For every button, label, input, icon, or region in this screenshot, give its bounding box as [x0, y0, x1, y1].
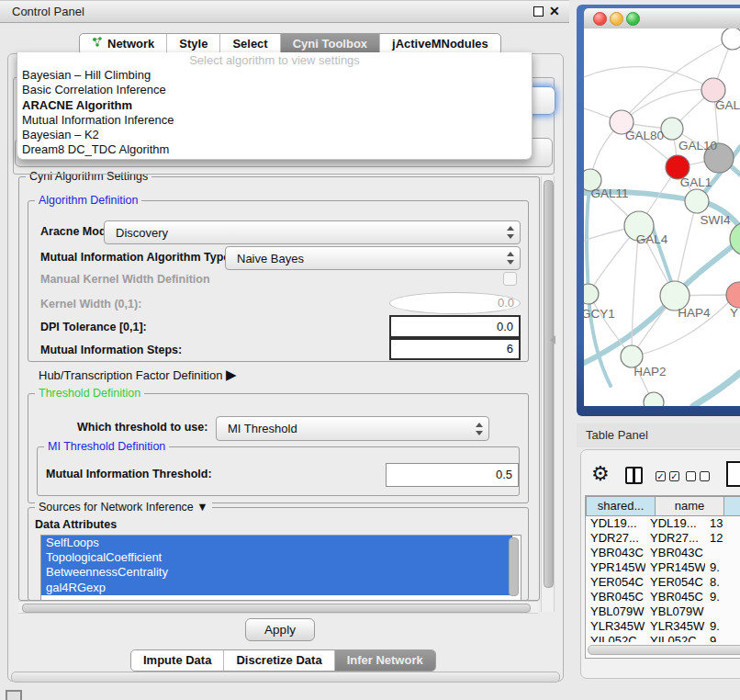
node-label: GAL10	[678, 139, 717, 152]
network-edge[interactable]	[584, 67, 713, 90]
table-row[interactable]: YBR043CYBR043C	[586, 546, 740, 560]
network-node[interactable]	[661, 118, 683, 140]
algorithm-dropdown-popup: Select algorithm to view settings Bayesi…	[17, 52, 533, 160]
document-icon[interactable]	[726, 461, 740, 487]
table-row[interactable]: YDL19...YDL19...13	[586, 516, 740, 531]
table-cell	[705, 546, 740, 560]
tab-label: Discretize Data	[236, 650, 321, 671]
network-edge[interactable]	[587, 180, 611, 386]
table-row[interactable]: YBL079WYBL079W	[586, 604, 740, 619]
tab-select[interactable]: Select	[219, 34, 279, 54]
table-row[interactable]: YPR145WYPR145W9.	[586, 560, 740, 575]
table-cell: YPR145W	[645, 560, 705, 575]
table-cell: YBL079W	[586, 604, 645, 619]
table-cell: 12	[705, 531, 740, 546]
tab-label: Cyni Toolbox	[293, 34, 367, 54]
settings-vscroll-thumb[interactable]	[544, 180, 554, 588]
settings-horizontal-scrollbar[interactable]	[18, 601, 538, 614]
table-cell: 9.	[705, 590, 740, 604]
node-label: GCY1	[584, 307, 615, 321]
subtab-impute-data[interactable]: Impute Data	[131, 650, 223, 671]
table-cell: YDL19...	[645, 516, 705, 531]
algorithm-option[interactable]: Mutual Information Inference	[17, 113, 532, 128]
which-threshold-select[interactable]: MI Threshold	[216, 416, 489, 441]
columns-icon[interactable]	[625, 467, 643, 484]
table-row[interactable]: YIL052CYIL052C9	[586, 634, 740, 642]
collapse-down-icon[interactable]: ▼	[196, 501, 207, 514]
settings-hscroll-thumb[interactable]	[22, 604, 531, 613]
algorithm-option[interactable]: Dream8 DC_TDC Algorithm	[17, 142, 532, 157]
algorithm-definition-label: Algorithm Definition	[35, 194, 141, 207]
which-threshold-label: Which threshold to use:	[77, 415, 207, 439]
tab-jactivemnodules[interactable]: jActiveMNodules	[379, 34, 500, 54]
tab-network[interactable]: Network	[80, 34, 166, 54]
gear-icon[interactable]: ⚙	[591, 462, 610, 486]
table-cell: 8.	[705, 575, 740, 590]
node-label: SWI4	[700, 213, 730, 227]
table-cell	[705, 604, 740, 619]
mi-steps-field[interactable]: 6	[389, 338, 521, 360]
table-cell: YBR043C	[586, 546, 645, 560]
cyni-toolbox-sub-tabs: Impute DataDiscretize DataInfer Network	[130, 649, 436, 672]
network-node[interactable]	[644, 392, 664, 406]
panel-splitter-handle[interactable]	[550, 335, 555, 344]
tab-label: Infer Network	[347, 650, 423, 671]
hub-definition-expander[interactable]: Hub/Transcription Factor Definition ▶	[39, 366, 237, 385]
table-header-row: shared...nameA	[586, 496, 740, 516]
close-traffic-light[interactable]	[593, 12, 607, 26]
tab-cyni-toolbox[interactable]: Cyni Toolbox	[280, 34, 379, 54]
network-node[interactable]	[584, 284, 599, 304]
close-icon[interactable]: ✕	[549, 2, 560, 21]
network-canvas[interactable]: GALGAL80GAL10GAL1GAL11SWI4GAL4GCY1HAP4YH…	[584, 28, 740, 406]
table-hscroll-thumb[interactable]	[588, 645, 740, 655]
column-header-name[interactable]: name	[655, 496, 724, 516]
apply-button[interactable]: Apply	[245, 618, 315, 641]
column-header-shared[interactable]: shared...	[586, 496, 656, 516]
network-edge[interactable]	[622, 89, 713, 122]
subtab-infer-network[interactable]: Infer Network	[334, 650, 435, 671]
table-cell: YLR345W	[586, 619, 645, 634]
table-row[interactable]: YBR045CYBR045C9.	[586, 590, 740, 604]
attribute-list-item[interactable]: gal4RGexp	[41, 581, 512, 595]
select-all-checkboxes-icon[interactable]: ✓ ✓	[656, 471, 679, 481]
data-attributes-list[interactable]: SelfLoopsTopologicalCoefficientBetweenne…	[40, 535, 521, 601]
algorithm-option[interactable]: Bayesian – Hill Climbing	[17, 68, 532, 83]
subtab-discretize-data[interactable]: Discretize Data	[223, 650, 333, 671]
network-node[interactable]	[685, 189, 709, 213]
float-window-icon[interactable]	[533, 6, 544, 17]
settings-vertical-scrollbar[interactable]	[541, 176, 555, 612]
network-window-titlebar[interactable]	[584, 8, 740, 29]
network-node[interactable]	[722, 28, 740, 50]
panel-bottom-scrollbar-thumb[interactable]	[11, 672, 560, 683]
kernel-width-field[interactable]: 0.0	[389, 292, 521, 314]
node-label: Y	[730, 306, 738, 320]
table-row[interactable]: YDR27...YDR27...12	[586, 531, 740, 546]
table-row[interactable]: YER054CYER054C8.	[586, 575, 740, 590]
network-node[interactable]	[726, 282, 740, 308]
table-row[interactable]: YLR345WYLR345W9.	[586, 619, 740, 634]
table-cell: YPR145W	[586, 560, 645, 575]
table-cell: YER054C	[586, 575, 645, 590]
mi-type-select[interactable]: Naive Bayes	[225, 246, 521, 270]
list-scrollbar-thumb[interactable]	[509, 537, 519, 596]
algorithm-option[interactable]: Bayesian – K2	[17, 128, 532, 142]
dock-panel-icon[interactable]	[6, 690, 22, 700]
deselect-all-checkboxes-icon[interactable]	[686, 471, 710, 481]
network-edge[interactable]	[693, 373, 740, 406]
manual-kernel-checkbox[interactable]	[503, 272, 517, 286]
table-cell: YDR27...	[645, 531, 705, 546]
dpi-tolerance-field[interactable]: 0.0	[389, 315, 521, 338]
tab-style[interactable]: Style	[166, 34, 219, 54]
zoom-traffic-light[interactable]	[626, 12, 640, 26]
attribute-list-item[interactable]: BetweennessCentrality	[41, 565, 512, 580]
column-header-a[interactable]: A	[723, 496, 740, 516]
attribute-list-item[interactable]: SelfLoops	[41, 536, 512, 550]
aracne-mode-select[interactable]: Discovery	[104, 220, 521, 244]
algorithm-option[interactable]: Basic Correlation Inference	[17, 83, 532, 97]
attribute-list-item[interactable]: TopologicalCoefficient	[41, 550, 512, 565]
node-label: GAL80	[625, 129, 664, 142]
table-cell: YBR045C	[645, 590, 705, 604]
mi-threshold-field[interactable]: 0.5	[386, 463, 519, 487]
algorithm-option[interactable]: ARACNE Algorithm	[17, 98, 532, 113]
minimize-traffic-light[interactable]	[610, 12, 623, 26]
